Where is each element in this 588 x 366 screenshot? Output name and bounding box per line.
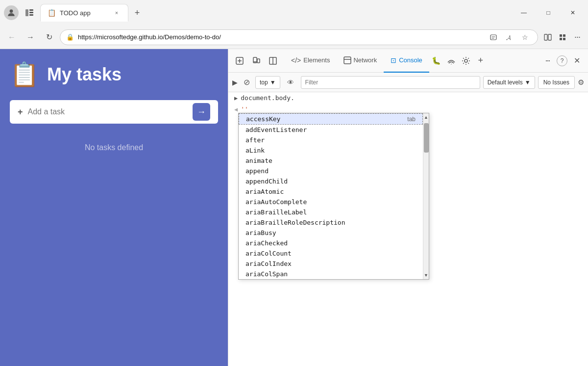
scroll-thumb[interactable] [424, 123, 429, 153]
autocomplete-item-ariaatomic[interactable]: ariaAtomic [239, 186, 423, 197]
console-tab-icon: ⊡ [391, 56, 396, 64]
scroll-up-arrow[interactable]: ▲ [423, 113, 429, 121]
svg-text:𝓐: 𝓐 [506, 34, 511, 41]
main-area: 📋 My tasks + → No tasks defined [0, 49, 588, 366]
devtools-device-button[interactable] [249, 53, 264, 68]
autocomplete-item-alink[interactable]: aLink [239, 145, 423, 156]
autocomplete-item-ariabrailleroledescription[interactable]: ariaBrailleRoleDescription [239, 217, 423, 228]
autocomplete-scrollbar: ▲ ▼ [423, 113, 429, 279]
active-tab[interactable]: 📋 TODO app × [40, 4, 128, 22]
autocomplete-item-ariacolspan[interactable]: ariaColSpan [239, 269, 423, 279]
svg-rect-2 [29, 9, 33, 11]
devtools-panel: </> Elements Network ⊡ Console 🐛 [228, 49, 588, 366]
new-tab-button[interactable]: + [130, 6, 144, 20]
split-screen-icon[interactable] [541, 30, 555, 44]
autocomplete-item-ariaautocomplete[interactable]: ariaAutoComplete [239, 197, 423, 207]
svg-rect-5 [490, 35, 496, 40]
url-text: https://microsoftedge.github.io/Demos/de… [78, 33, 483, 41]
profile-icon[interactable] [4, 5, 19, 20]
autocomplete-item-accesskey[interactable]: accessKey tab [239, 113, 423, 125]
tab-elements[interactable]: </> Elements [284, 49, 337, 73]
close-button[interactable]: ✕ [562, 5, 584, 21]
autocomplete-item-appendchild[interactable]: appendChild [239, 176, 423, 186]
console-tab-label: Console [399, 56, 422, 64]
tab-favicon: 📋 [48, 9, 56, 17]
svg-rect-3 [29, 12, 33, 13]
collections-icon[interactable] [556, 30, 569, 44]
window-controls: — □ ✕ [513, 5, 584, 21]
add-task-plus-icon: + [18, 107, 23, 117]
console-level-select[interactable]: Default levels ▼ [483, 76, 535, 89]
autocomplete-label-accesskey: accessKey [246, 115, 280, 123]
add-task-arrow-icon: → [197, 107, 206, 117]
console-filter-input[interactable] [301, 76, 480, 89]
devtools-close-button[interactable]: ✕ [569, 53, 584, 68]
devtools-help-button[interactable]: ? [557, 55, 567, 66]
address-bar[interactable]: 🔒 https://microsoftedge.github.io/Demos/… [60, 29, 538, 45]
todo-app-title: My tasks [47, 64, 122, 85]
autocomplete-item-addeventlistener[interactable]: addEventListener [239, 125, 423, 135]
console-clear-button[interactable]: ⊘ [241, 77, 252, 88]
svg-rect-11 [560, 38, 562, 40]
devtools-toolbar: </> Elements Network ⊡ Console 🐛 [228, 49, 588, 73]
tab-close-button[interactable]: × [112, 8, 121, 17]
maximize-button[interactable]: □ [537, 5, 560, 21]
console-expand-icon[interactable]: ▶ [232, 78, 238, 86]
no-tasks-label: No tasks defined [10, 143, 218, 152]
tab-bar: 📋 TODO app × + [40, 4, 509, 22]
minimize-button[interactable]: — [513, 5, 535, 21]
autocomplete-item-append[interactable]: append [239, 166, 423, 176]
console-eye-button[interactable]: 👁 [283, 75, 298, 90]
devtools-add-button[interactable]: + [473, 53, 488, 68]
devtools-more-button[interactable]: ··· [540, 53, 555, 68]
autocomplete-dropdown: accessKey tab addEventListener after aLi… [238, 113, 429, 280]
svg-rect-12 [563, 38, 565, 40]
profile-card-icon[interactable] [487, 30, 500, 44]
forward-button[interactable]: → [23, 29, 38, 45]
devtools-network-icon[interactable] [444, 53, 459, 68]
todo-header: 📋 My tasks [10, 61, 218, 88]
autocomplete-item-ariabusy[interactable]: ariaBusy [239, 228, 423, 238]
address-actions: 𝓐 ☆ [487, 30, 532, 44]
svg-rect-4 [29, 14, 33, 16]
console-document-body-text: document.body. [241, 94, 294, 102]
svg-point-22 [465, 59, 467, 62]
back-button[interactable]: ← [4, 29, 20, 45]
autocomplete-item-ariachecked[interactable]: ariaChecked [239, 238, 423, 248]
console-context-label: top [260, 79, 268, 86]
console-filter-bar: ▶ ⊘ top ▼ 👁 Default levels ▼ No Issues ⚙ [228, 73, 588, 92]
autocomplete-item-ariacolcount[interactable]: ariaColCount [239, 248, 423, 259]
svg-rect-1 [25, 9, 28, 16]
sidebar-toggle-button[interactable] [23, 6, 36, 20]
network-tab-label: Network [353, 56, 377, 64]
add-task-submit-button[interactable]: → [193, 103, 210, 121]
devtools-inspect-button[interactable] [232, 53, 247, 68]
scroll-down-arrow[interactable]: ▼ [423, 271, 429, 279]
autocomplete-item-after[interactable]: after [239, 135, 423, 145]
elements-tab-icon: </> [291, 56, 301, 64]
console-context-select[interactable]: top ▼ [255, 76, 280, 89]
elements-tab-label: Elements [303, 56, 330, 64]
console-settings-icon[interactable]: ⚙ [578, 78, 584, 87]
title-bar: 📋 TODO app × + — □ ✕ [0, 0, 588, 26]
svg-rect-10 [563, 34, 565, 37]
autocomplete-item-ariabraillelabel[interactable]: ariaBrailleLabel [239, 207, 423, 217]
autocomplete-item-ariacolindex[interactable]: ariaColIndex [239, 259, 423, 269]
console-no-issues-button[interactable]: No Issues [538, 76, 575, 89]
console-level-label: Default levels [488, 79, 523, 86]
devtools-bug-icon[interactable]: 🐛 [429, 53, 444, 68]
refresh-button[interactable]: ↻ [41, 29, 57, 45]
svg-rect-19 [344, 57, 351, 64]
console-context-dropdown-icon: ▼ [270, 79, 276, 86]
autocomplete-item-animate[interactable]: animate [239, 156, 423, 166]
tab-console[interactable]: ⊡ Console [384, 49, 429, 73]
tab-network[interactable]: Network [337, 49, 384, 73]
autocomplete-list: accessKey tab addEventListener after aLi… [239, 113, 423, 279]
browser-more-button[interactable]: ··· [570, 30, 584, 44]
add-task-input[interactable] [28, 107, 188, 116]
devtools-layout-button[interactable] [266, 53, 280, 68]
devtools-settings-icon[interactable] [459, 53, 473, 68]
read-aloud-icon[interactable]: 𝓐 [502, 30, 516, 44]
favorites-icon[interactable]: ☆ [518, 30, 532, 44]
tab-title: TODO app [60, 9, 91, 17]
